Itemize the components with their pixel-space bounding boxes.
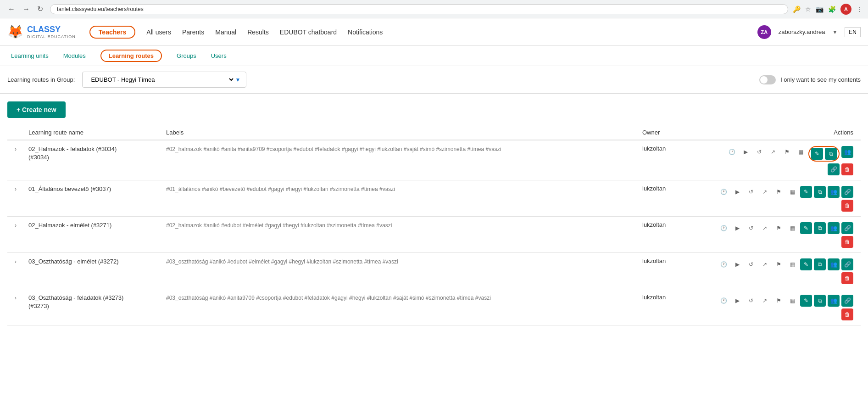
play-btn-5[interactable]: ▶ [731,295,743,307]
reset-btn-4[interactable]: ↺ [745,258,757,270]
reload-button[interactable]: ↻ [35,4,45,14]
reset-btn-1[interactable]: ↺ [753,146,765,158]
create-new-button[interactable]: + Create new [7,101,66,118]
flag-btn-4[interactable]: ⚑ [773,258,785,270]
logo-subtitle: DIGITAL EDUCATION [27,34,76,39]
grid-btn-3[interactable]: ▦ [786,222,798,234]
trend-btn-5[interactable]: ↗ [759,295,771,307]
table-row: › 03_Oszthatóság - elmélet (#3272) #03_o… [7,253,861,289]
delete-btn-5[interactable]: 🗑 [841,308,853,320]
reset-btn-3[interactable]: ↺ [745,222,757,234]
grid-btn-1[interactable]: ▦ [795,146,807,158]
history-btn-5[interactable]: 🕐 [718,295,729,307]
nav-notifications[interactable]: Notifications [348,27,383,38]
copy-btn-4[interactable]: ⧉ [814,258,826,270]
history-btn-4[interactable]: 🕐 [718,258,729,270]
flag-btn-5[interactable]: ⚑ [773,295,785,307]
delete-btn-2[interactable]: 🗑 [841,200,853,212]
browser-nav: ← → ↻ [6,4,45,14]
trend-btn-2[interactable]: ↗ [759,186,771,198]
users-btn-4[interactable]: 👥 [828,258,840,270]
reset-btn-2[interactable]: ↺ [745,186,757,198]
table-row: › 03_Oszthatóság - feladatok (#3273) (#3… [7,289,861,325]
delete-btn-1[interactable]: 🗑 [841,163,853,175]
nav-edubot[interactable]: EDUBOT chatboard [280,27,337,38]
app-header: 🦊 CLASSY DIGITAL EDUCATION Teachers All … [0,18,868,46]
users-btn-1[interactable]: 👥 [841,146,853,158]
history-btn-2[interactable]: 🕐 [718,186,729,198]
users-btn-2[interactable]: 👥 [828,186,840,198]
nav-allusers[interactable]: All users [146,27,171,38]
col-name: Learning route name [28,129,166,136]
subnav-learning-units[interactable]: Learning units [11,50,49,61]
owner-5: lukzoltan [642,294,716,301]
play-btn-3[interactable]: ▶ [731,222,743,234]
copy-btn-2[interactable]: ⧉ [814,186,826,198]
expand-row-4[interactable]: › [15,258,28,265]
filters-row: Learning routes in Group: EDUBOT - Hegyi… [0,66,868,94]
subnav-users[interactable]: Users [211,50,227,61]
language-button[interactable]: EN [845,27,861,37]
expand-row-2[interactable]: › [15,185,28,192]
play-btn-2[interactable]: ▶ [731,186,743,198]
grid-btn-2[interactable]: ▦ [786,186,798,198]
address-bar[interactable] [50,4,788,14]
dropdown-icon[interactable]: ▼ [832,29,837,35]
labels-2: #01_általános #anikó #bevezető #edubot #… [166,185,642,194]
labels-4: #03_oszthatóság #anikó #edubot #elmélet … [166,258,642,266]
link-btn-4[interactable]: 🔗 [841,258,853,270]
nav-results[interactable]: Results [247,27,269,38]
reset-btn-5[interactable]: ↺ [745,295,757,307]
nav-manual[interactable]: Manual [215,27,236,38]
trend-btn-4[interactable]: ↗ [759,258,771,270]
col-labels: Labels [166,129,642,136]
flag-btn-3[interactable]: ⚑ [773,222,785,234]
users-btn-5[interactable]: 👥 [828,295,840,307]
menu-icon[interactable]: ⋮ [856,6,862,13]
edit-btn-5[interactable]: ✎ [800,295,812,307]
copy-btn-3[interactable]: ⧉ [814,222,826,234]
expand-row-3[interactable]: › [15,221,28,229]
grid-btn-4[interactable]: ▦ [786,258,798,270]
delete-btn-4[interactable]: 🗑 [841,272,853,284]
owner-1: lukzoltan [642,145,716,152]
copy-btn-1[interactable]: ⧉ [825,148,837,160]
subnav-modules[interactable]: Modules [63,50,86,61]
back-button[interactable]: ← [6,4,17,14]
flag-btn-2[interactable]: ⚑ [773,186,785,198]
delete-btn-3[interactable]: 🗑 [841,236,853,248]
nav-teachers[interactable]: Teachers [89,26,135,39]
col-owner: Owner [642,129,716,136]
history-btn-1[interactable]: 🕐 [726,146,738,158]
edit-btn-4[interactable]: ✎ [800,258,812,270]
link-btn-2[interactable]: 🔗 [841,186,853,198]
subnav-learning-routes[interactable]: Learning routes [100,50,162,62]
subnav-groups[interactable]: Groups [177,50,196,61]
username[interactable]: zaborszky.andrea [779,28,825,35]
toggle-section: I only want to see my contents [759,75,861,84]
link-btn-3[interactable]: 🔗 [841,222,853,234]
trend-btn-3[interactable]: ↗ [759,222,771,234]
forward-button[interactable]: → [20,4,32,14]
users-btn-3[interactable]: 👥 [828,222,840,234]
edit-btn-1[interactable]: ✎ [811,148,823,160]
grid-btn-5[interactable]: ▦ [786,295,798,307]
browser-user-avatar[interactable]: A [840,4,851,15]
group-select[interactable]: EDUBOT - Hegyi Tímea [88,75,235,84]
play-btn-1[interactable]: ▶ [740,146,751,158]
link-btn-5[interactable]: 🔗 [841,295,853,307]
my-contents-toggle[interactable] [759,75,776,84]
expand-row-1[interactable]: › [15,145,28,152]
history-btn-3[interactable]: 🕐 [718,222,729,234]
flag-btn-1[interactable]: ⚑ [781,146,793,158]
trend-btn-1[interactable]: ↗ [767,146,779,158]
play-btn-4[interactable]: ▶ [731,258,743,270]
nav-parents[interactable]: Parents [182,27,204,38]
expand-row-5[interactable]: › [15,294,28,301]
copy-btn-5[interactable]: ⧉ [814,295,826,307]
edit-btn-3[interactable]: ✎ [800,222,812,234]
edit-btn-2[interactable]: ✎ [800,186,812,198]
logo-icon: 🦊 [7,24,23,39]
link-btn-1[interactable]: 🔗 [828,163,840,175]
group-select-wrapper[interactable]: EDUBOT - Hegyi Tímea ▼ [82,72,246,88]
